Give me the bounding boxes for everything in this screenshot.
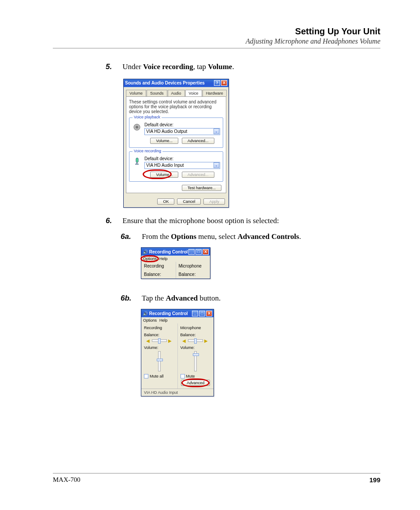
balance-slider[interactable]	[152, 339, 167, 342]
voice-recording-group: Voice recording Default device: VIA HD A…	[129, 151, 223, 182]
microphone-icon	[132, 156, 142, 166]
svg-point-1	[136, 126, 138, 128]
page-number: 199	[369, 476, 380, 484]
step-text: Tap the	[142, 294, 166, 302]
dialog-title: 🔊 Recording Control	[143, 311, 188, 316]
recording-control-dialog: 🔊 Recording Control _ □ X Options Help R…	[141, 309, 214, 396]
titlebar: 🔊 Recording Control _ □ X	[141, 309, 214, 317]
column-heading: Recording	[144, 264, 173, 268]
step-bold: Advanced Controls	[237, 232, 299, 241]
balance-label: Balance:	[181, 333, 211, 337]
checkbox-label: Mute	[186, 374, 195, 378]
minimize-icon[interactable]: _	[188, 249, 195, 255]
menu-help[interactable]: Help	[159, 257, 168, 261]
volume-slider[interactable]	[194, 351, 197, 371]
columns: Recording Balance: Microphone Balance:	[141, 262, 210, 279]
default-device-label: Default device:	[144, 156, 220, 161]
column-heading: Recording	[144, 326, 175, 330]
ok-button[interactable]: OK	[157, 198, 174, 205]
menu-options[interactable]: Options	[143, 257, 157, 261]
step-text: button.	[198, 294, 221, 302]
recording-device-combo[interactable]: VIA HD Audio Input ⌄	[144, 162, 220, 169]
step-6a: 6a. From the Options menu, select Advanc…	[121, 232, 380, 241]
balance-slider[interactable]	[188, 339, 203, 342]
volume-label: Volume:	[144, 345, 175, 350]
step-bold: Voice recording	[143, 62, 193, 71]
menu-bar: Options Help	[141, 256, 210, 262]
step-text: menu, select	[196, 232, 237, 241]
maximize-icon[interactable]: □	[195, 249, 202, 255]
step-text: From the	[142, 232, 171, 241]
apply-button: Apply	[203, 198, 225, 205]
column-microphone: Microphone Balance: ◀ ▶ Volume: Mute Adv…	[178, 323, 214, 389]
close-icon[interactable]: X	[203, 249, 209, 255]
titlebar: Sounds and Audio Devices Properties ? X	[124, 79, 228, 87]
mute-checkbox[interactable]: Mute	[181, 374, 211, 378]
page-footer: MAX-700 199	[53, 473, 380, 484]
chevron-down-icon[interactable]: ⌄	[214, 162, 219, 168]
test-hardware-button[interactable]: Test hardware...	[182, 185, 221, 191]
close-icon[interactable]: X	[221, 80, 227, 86]
tab-voice[interactable]: Voice	[185, 90, 202, 96]
cancel-button[interactable]: Cancel	[177, 198, 201, 205]
recording-volume-button[interactable]: Volume...	[150, 172, 178, 178]
columns: Recording Balance: ◀ ▶ Volume: Mute all …	[141, 323, 214, 389]
group-legend: Voice playback	[133, 115, 162, 119]
dialog-title: 🔊 Recording Control	[143, 249, 188, 254]
menu-help[interactable]: Help	[159, 318, 168, 323]
speaker-icon	[132, 122, 142, 132]
dialog-title: Sounds and Audio Devices Properties	[125, 81, 205, 85]
voice-pane: These settings control volume and advanc…	[126, 96, 226, 193]
step-bold: Advanced	[166, 294, 198, 302]
chevron-down-icon[interactable]: ⌄	[214, 128, 219, 134]
close-icon[interactable]: X	[206, 311, 212, 316]
header-rule	[53, 48, 380, 48]
tab-audio[interactable]: Audio	[168, 90, 185, 96]
status-bar: VIA HD Audio Input	[141, 389, 214, 396]
speaker-right-icon: ▶	[168, 338, 173, 343]
speaker-left-icon: ◀	[182, 338, 187, 343]
dialog-buttons: OK Cancel Apply	[124, 196, 228, 207]
step-number: 6b.	[121, 294, 140, 303]
page-title: Setting Up Your Unit	[53, 26, 380, 37]
voice-playback-group: Voice playback Default device: VIA HD Au…	[129, 117, 223, 148]
checkbox-icon	[181, 374, 185, 378]
balance-label: Balance:	[179, 272, 208, 277]
checkbox-label: Mute all	[150, 374, 164, 378]
volume-label: Volume:	[181, 345, 211, 350]
checkbox-icon	[144, 374, 148, 378]
maximize-icon[interactable]: □	[199, 311, 205, 316]
step-number: 6.	[106, 216, 121, 227]
tab-volume[interactable]: Volume	[126, 90, 146, 96]
playback-advanced-button[interactable]: Advanced...	[182, 138, 214, 144]
balance-label: Balance:	[144, 272, 173, 277]
speaker-right-icon: ▶	[204, 338, 209, 343]
playback-device-combo[interactable]: VIA HD Audio Output ⌄	[144, 128, 220, 135]
step-number: 5.	[106, 62, 121, 73]
column-heading: Microphone	[181, 326, 211, 330]
combo-value: VIA HD Audio Input	[146, 163, 184, 168]
step-text: Under	[122, 62, 143, 71]
minimize-icon[interactable]: _	[192, 311, 198, 316]
menu-options[interactable]: Options	[143, 318, 157, 323]
titlebar: 🔊 Recording Control _ □ X	[141, 248, 210, 256]
step-5: 5. Under Voice recording, tap Volume.	[106, 62, 380, 73]
column-recording: Recording Balance:	[141, 262, 176, 279]
pane-description: These settings control volume and advanc…	[129, 99, 223, 114]
step-text: , tap	[193, 62, 208, 71]
mute-all-checkbox[interactable]: Mute all	[144, 374, 175, 378]
volume-slider[interactable]	[158, 351, 161, 371]
advanced-button[interactable]: Advanced	[181, 380, 210, 386]
default-device-label: Default device:	[144, 122, 220, 127]
step-text: Ensure that the microphone boost option …	[122, 216, 279, 225]
step-number: 6a.	[121, 232, 140, 241]
playback-volume-button[interactable]: Volume...	[150, 138, 178, 144]
help-icon[interactable]: ?	[214, 80, 220, 86]
step-6: 6. Ensure that the microphone boost opti…	[106, 216, 380, 227]
column-heading: Microphone	[179, 264, 208, 268]
tab-hardware[interactable]: Hardware	[203, 90, 227, 96]
footer-model: MAX-700	[53, 476, 81, 484]
step-bold: Volume	[208, 62, 232, 71]
tab-sounds[interactable]: Sounds	[147, 90, 167, 96]
tab-strip: Volume Sounds Audio Voice Hardware	[124, 87, 228, 96]
